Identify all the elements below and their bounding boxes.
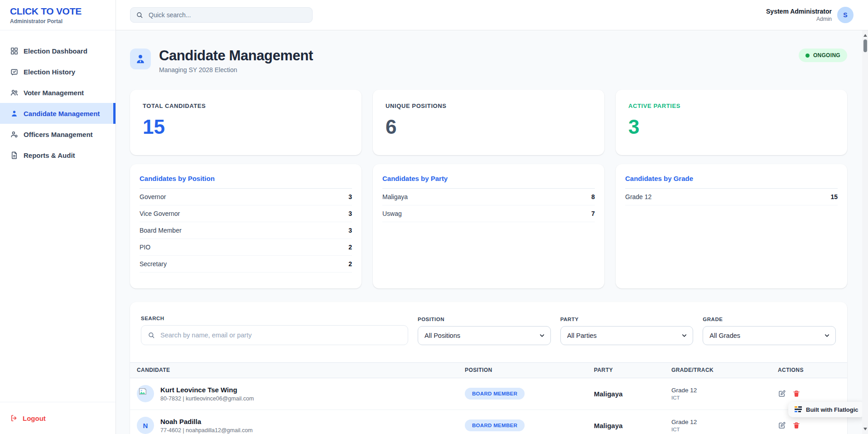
breakdown-row: Uswag7 (382, 205, 595, 222)
stat-label: ACTIVE PARTIES (628, 102, 834, 109)
table-header: CANDIDATE POSITION PARTY GRADE/TRACK ACT… (130, 362, 847, 378)
logout-button[interactable]: Logout (10, 414, 106, 422)
breakdown-row-label: Vice Governor (140, 210, 180, 217)
stat-label: TOTAL CANDIDATES (143, 102, 349, 109)
logo-block: CLICK TO VOTE Administrator Portal (0, 0, 116, 30)
party-filter-select[interactable]: All Parties (560, 326, 694, 345)
grade-cell: Grade 12ICT (671, 419, 778, 432)
built-with-flatlogic-badge[interactable]: Built with Flatlogic (788, 402, 865, 417)
voters-group-icon (10, 88, 19, 97)
table-body: Kurt Leovince Tse Wing80-7832 | kurtleov… (130, 378, 847, 434)
breakdown-row-label: Board Member (140, 227, 182, 234)
sidebar-item-label: Voter Management (24, 89, 84, 97)
breakdown-row-count: 3 (348, 227, 352, 234)
party-cell: Maligaya (594, 422, 671, 429)
breakdown-row-count: 2 (348, 260, 352, 268)
stat-value: 3 (628, 117, 834, 137)
page-title: Candidate Management (159, 49, 313, 63)
grade-value: Grade 12 (671, 387, 778, 394)
candidate-name-block: Noah Padilla77-4602 | noahpadilla12@gmai… (160, 418, 253, 434)
position-cell: BOARD MEMBER (465, 419, 594, 431)
dashboard-grid-icon (10, 47, 19, 55)
page-header: Candidate Management Managing SY 2028 El… (130, 49, 847, 73)
scrollbar-thumb[interactable] (863, 39, 867, 52)
edit-candidate-button[interactable] (778, 421, 786, 429)
candidate-search-input[interactable] (159, 331, 401, 339)
sidebar-item-label: Election History (24, 68, 75, 76)
app-logo: CLICK TO VOTE (10, 6, 106, 17)
breakdown-row: Vice Governor3 (140, 205, 352, 222)
breakdown-row-count: 15 (830, 193, 838, 200)
sidebar-item-reports-audit[interactable]: Reports & Audit (0, 145, 116, 166)
edit-candidate-button[interactable] (778, 390, 786, 398)
actions-cell (778, 390, 847, 398)
sidebar-item-label: Reports & Audit (24, 151, 75, 159)
status-dot-icon (805, 54, 810, 58)
party-filter-label: PARTY (560, 317, 694, 322)
stat-card-active-parties: ACTIVE PARTIES3 (616, 90, 847, 155)
breakdown-row-label: Secretary (140, 260, 167, 268)
main-content: Candidate Management Managing SY 2028 El… (116, 30, 868, 434)
track-value: ICT (671, 395, 778, 400)
breakdown-row-count: 2 (348, 244, 352, 251)
candidate-search[interactable] (141, 325, 408, 345)
delete-candidate-button[interactable] (792, 390, 800, 398)
stat-label: UNIQUE POSITIONS (386, 102, 592, 109)
status-badge-label: ONGOING (813, 52, 840, 59)
candidate-page-icon (130, 49, 151, 69)
vertical-scrollbar[interactable] (862, 30, 868, 434)
breakdown-grid: Candidates by PositionGovernor3Vice Gove… (130, 164, 847, 288)
quick-search[interactable] (130, 7, 313, 23)
breakdown-card-candidates-by-position: Candidates by PositionGovernor3Vice Gove… (130, 164, 362, 288)
grade-value: Grade 12 (671, 419, 778, 425)
flatlogic-logo-icon (795, 406, 802, 413)
broken-image-icon (137, 385, 154, 402)
breakdown-row: Governor3 (140, 189, 352, 205)
search-icon (148, 332, 155, 339)
page-subtitle: Managing SY 2028 Election (159, 66, 313, 73)
breakdown-row-count: 7 (591, 210, 595, 217)
scrollbar-up-arrow[interactable] (863, 34, 867, 37)
sidebar: CLICK TO VOTE Administrator Portal Elect… (0, 0, 116, 434)
quick-search-input[interactable] (148, 11, 307, 19)
table-row: NNoah Padilla77-4602 | noahpadilla12@gma… (130, 410, 847, 434)
breakdown-card-candidates-by-party: Candidates by PartyMaligaya8Uswag7 (373, 164, 604, 288)
sidebar-footer: Logout (0, 402, 116, 434)
position-filter-select[interactable]: All Positions (418, 326, 551, 345)
actions-cell (778, 421, 847, 429)
officer-person-icon (10, 130, 19, 139)
breakdown-row-label: Maligaya (382, 193, 408, 200)
flatlogic-badge-label: Built with Flatlogic (806, 406, 858, 413)
sidebar-item-candidate-management[interactable]: Candidate Management (0, 103, 116, 124)
logout-icon (10, 414, 18, 422)
candidate-cell: NNoah Padilla77-4602 | noahpadilla12@gma… (137, 417, 465, 434)
sidebar-item-election-history[interactable]: Election History (0, 61, 116, 82)
sidebar-nav: Election DashboardElection HistoryVoter … (0, 30, 116, 166)
column-candidate: CANDIDATE (137, 367, 465, 373)
sidebar-item-label: Officers Management (24, 131, 93, 138)
user-avatar[interactable]: S (837, 7, 854, 23)
position-cell: BOARD MEMBER (465, 388, 594, 400)
column-actions: ACTIONS (778, 367, 847, 373)
breakdown-row-count: 3 (348, 193, 352, 200)
candidate-avatar: N (137, 417, 154, 434)
grade-filter-select[interactable]: All Grades (703, 326, 836, 345)
sidebar-item-voter-management[interactable]: Voter Management (0, 82, 116, 103)
user-block: System Administrator Admin S (766, 7, 854, 23)
breakdown-row-count: 3 (348, 210, 352, 217)
breakdown-row-label: Grade 12 (625, 193, 651, 200)
candidate-name: Kurt Leovince Tse Wing (160, 386, 254, 394)
breakdown-row-count: 8 (591, 193, 595, 200)
candidate-meta: 80-7832 | kurtleovince06@gmail.com (160, 395, 254, 402)
breakdown-title: Candidates by Party (382, 164, 595, 189)
position-badge: BOARD MEMBER (465, 419, 525, 431)
sidebar-item-officers-management[interactable]: Officers Management (0, 124, 116, 145)
sidebar-item-election-dashboard[interactable]: Election Dashboard (0, 40, 116, 61)
position-badge: BOARD MEMBER (465, 388, 525, 400)
scrollbar-down-arrow[interactable] (863, 428, 867, 430)
user-role: Admin (766, 16, 832, 22)
user-name: System Administrator (766, 8, 832, 15)
delete-candidate-button[interactable] (792, 421, 800, 429)
column-party: PARTY (594, 367, 671, 373)
breakdown-row-label: Governor (140, 193, 166, 200)
